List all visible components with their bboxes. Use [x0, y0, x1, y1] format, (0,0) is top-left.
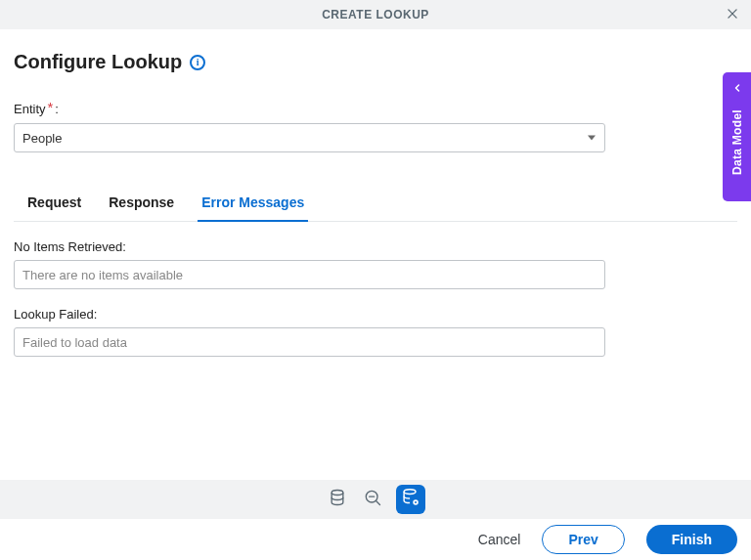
- prev-button[interactable]: Prev: [542, 525, 624, 554]
- entity-select[interactable]: People: [14, 123, 605, 152]
- page-title-row: Configure Lookup i: [14, 51, 737, 73]
- no-items-row: No Items Retrieved:: [14, 239, 737, 289]
- dialog-header: CREATE LOOKUP: [0, 0, 751, 29]
- close-button[interactable]: [722, 4, 743, 25]
- wizard-stepper: [0, 480, 751, 519]
- finish-button[interactable]: Finish: [646, 525, 737, 554]
- dialog-content: Configure Lookup i Entity * : People Req…: [0, 29, 751, 357]
- page-title: Configure Lookup: [14, 51, 182, 73]
- dialog-footer: Cancel Prev Finish: [0, 519, 751, 560]
- no-items-label: No Items Retrieved:: [14, 239, 737, 254]
- svg-point-6: [404, 490, 416, 495]
- no-items-input[interactable]: [14, 260, 605, 289]
- data-model-side-tab[interactable]: Data Model: [723, 72, 751, 201]
- required-asterisk: *: [48, 99, 54, 115]
- entity-label: Entity * :: [14, 101, 737, 117]
- tab-response[interactable]: Response: [105, 187, 178, 222]
- entity-label-colon: :: [55, 102, 59, 116]
- tabs: Request Response Error Messages: [14, 186, 737, 222]
- step-1[interactable]: [326, 488, 349, 511]
- lookup-failed-label: Lookup Failed:: [14, 307, 737, 322]
- svg-line-5: [376, 501, 380, 505]
- tab-request[interactable]: Request: [23, 187, 85, 222]
- info-icon[interactable]: i: [190, 55, 205, 70]
- entity-label-text: Entity: [14, 102, 46, 116]
- dialog-title: CREATE LOOKUP: [322, 8, 429, 22]
- svg-point-8: [415, 501, 417, 503]
- lookup-failed-input[interactable]: [14, 327, 605, 357]
- entity-select-wrap: People: [14, 123, 605, 152]
- cancel-button[interactable]: Cancel: [478, 532, 521, 547]
- data-model-label: Data Model: [730, 109, 744, 175]
- step-2[interactable]: [361, 488, 384, 511]
- lookup-failed-row: Lookup Failed:: [14, 307, 737, 357]
- close-icon: [726, 7, 739, 23]
- database-icon: [328, 488, 347, 511]
- database-gear-icon: [400, 487, 421, 512]
- svg-point-2: [331, 491, 343, 495]
- step-3[interactable]: [396, 485, 425, 514]
- chevron-left-icon: [731, 80, 743, 98]
- search-minus-icon: [363, 488, 382, 511]
- tab-error-messages[interactable]: Error Messages: [198, 187, 308, 222]
